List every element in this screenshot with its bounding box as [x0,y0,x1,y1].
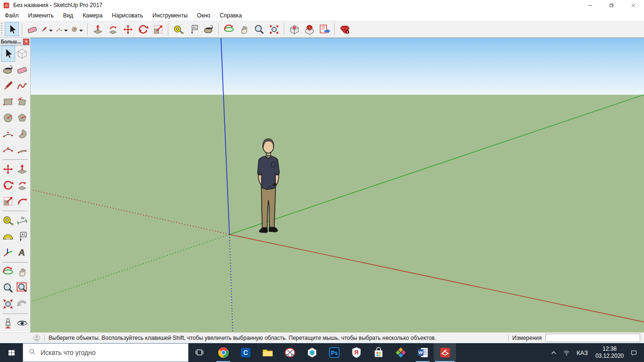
protractor-icon [2,230,14,243]
text-tool-button[interactable]: A1 [186,22,200,36]
zoom-tool-button[interactable] [252,22,266,36]
push-pull-tool-button[interactable] [15,161,29,177]
previous-tool-button[interactable] [15,296,29,312]
select-tool-button[interactable] [1,46,15,62]
line-tool-button[interactable] [40,22,54,36]
taskbar-app-microsoft-store[interactable] [367,343,389,362]
task-view-button[interactable] [189,343,210,362]
follow-me-tool-button[interactable] [15,177,29,193]
zoom-window-tool-button[interactable] [15,280,29,296]
select-tool-button[interactable] [5,22,19,36]
circle-tool-button[interactable] [70,22,84,36]
make-component-tool-button[interactable] [15,46,29,62]
scale-tool-button[interactable] [151,22,165,36]
tray-chevron-up-icon[interactable] [547,343,560,362]
freehand-tool-button[interactable] [15,78,29,94]
wifi-icon[interactable] [560,343,573,362]
eraser-tool-button[interactable] [25,22,39,36]
pan-tool-button[interactable] [237,22,251,36]
palette-title: Больш... [0,39,23,44]
scale-tool-button[interactable] [1,193,15,209]
eraser-tool-button[interactable] [15,62,29,78]
taskbar-app-snipping-tool[interactable] [279,343,301,362]
zoom-tool-button[interactable] [1,280,15,296]
tape-measure-tool-button[interactable] [1,213,15,229]
arc-dropdown-arrow-icon[interactable] [64,30,68,33]
palette-close-button[interactable]: x [23,39,29,45]
scale-figure-person[interactable] [248,136,287,235]
orbit-tool-button[interactable] [1,264,15,280]
push-pull-tool-button[interactable] [91,22,105,36]
extension-warehouse-tool-button[interactable] [338,22,352,36]
pie-tool-button[interactable] [15,126,29,142]
minimize-button[interactable] [579,0,601,10]
photoshop-icon: Ps [328,346,340,359]
rotated-rectangle-tool-button[interactable] [15,94,29,110]
taskbar-app-blue-c-app[interactable]: C [234,343,256,362]
clock[interactable]: 12:38 03.12.2020 [592,346,627,360]
toolbar-grip[interactable] [1,23,2,35]
menu-item-0[interactable]: Файл [0,11,24,21]
line-dropdown-arrow-icon[interactable] [49,30,53,33]
taskbar-search[interactable]: Искать что угодно [23,343,189,362]
taskbar-app-word[interactable]: W [412,343,434,362]
menu-item-1[interactable]: Изменить [24,11,58,21]
3d-warehouse-tool-button[interactable] [287,22,301,36]
dimension-tool-button[interactable]: 3x [15,213,29,229]
menu-item-7[interactable]: Справка [215,11,247,21]
axes-tool-button[interactable] [1,245,15,261]
text-tool-button[interactable]: A1 [15,229,29,245]
paint-bucket-tool-button[interactable] [1,62,15,78]
offset-tool-button[interactable] [15,193,29,209]
send-to-layout-tool-button[interactable] [317,22,331,36]
line-tool-button[interactable] [1,78,15,94]
taskbar-app-sketchup[interactable] [434,343,456,362]
look-around-tool-button[interactable] [15,315,29,331]
measurements-input[interactable] [545,334,640,342]
menu-item-4[interactable]: Нарисовать [107,11,148,21]
share-model-tool-button[interactable] [302,22,316,36]
move-tool-button[interactable] [121,22,135,36]
close-button[interactable] [622,0,644,10]
restore-button[interactable] [601,0,622,10]
geolocation-status-icon[interactable] [33,334,41,342]
move-tool-button[interactable] [1,161,15,177]
polygon-tool-button[interactable] [15,110,29,126]
select-icon [2,48,14,60]
taskbar-app-chrome[interactable] [212,343,234,362]
circle-tool-button[interactable] [1,110,15,126]
tape-measure-tool-button[interactable] [171,22,185,36]
protractor-tool-button[interactable] [1,229,15,245]
arc-segment-tool-button[interactable] [15,142,29,158]
follow-me-tool-button[interactable] [106,22,120,36]
3d-text-tool-button[interactable]: A [15,245,29,261]
taskbar-app-photos[interactable] [389,343,412,362]
rotate-tool-button[interactable] [136,22,150,36]
taskbar-app-3d-viewer[interactable] [301,343,323,362]
paint-bucket-tool-button[interactable] [201,22,215,36]
language-indicator[interactable]: КАЗ [573,349,592,356]
arc-tool-button[interactable] [1,126,15,142]
rectangle-tool-button[interactable] [1,94,15,110]
menu-item-3[interactable]: Камера [78,11,107,21]
start-button[interactable] [0,343,23,362]
circle-dropdown-arrow-icon[interactable] [79,30,83,33]
menu-item-2[interactable]: Вид [58,11,78,21]
orbit-tool-button[interactable] [222,22,236,36]
viewport[interactable] [30,38,644,332]
arc-3pt-tool-button[interactable] [1,142,15,158]
taskbar-app-file-explorer[interactable] [256,343,279,362]
menu-item-5[interactable]: Инструменты [148,11,192,21]
move-icon [2,163,14,175]
rotate-tool-button[interactable] [1,177,15,193]
arc-tool-button[interactable] [55,22,69,36]
taskbar-app-yandex-browser[interactable]: Я [345,343,367,362]
notification-center-icon[interactable] [627,343,640,362]
taskbar-app-photoshop[interactable]: Ps [323,343,345,362]
zoom-extents-tool-button[interactable] [1,296,15,312]
pan-tool-button[interactable] [15,264,29,280]
palette-title-bar[interactable]: Больш... x [0,38,30,46]
position-camera-tool-button[interactable] [1,315,15,331]
zoom-extents-tool-button[interactable] [267,22,281,36]
menu-item-6[interactable]: Окно [192,11,215,21]
